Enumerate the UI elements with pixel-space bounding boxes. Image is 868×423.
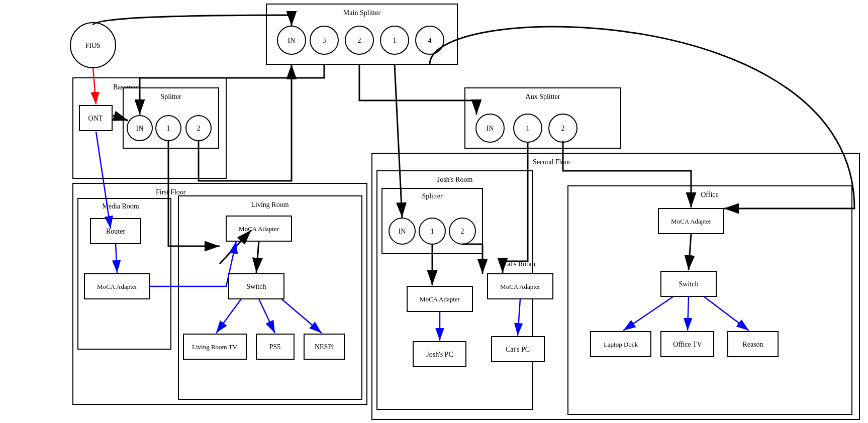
main-splitter-label: Main Splitter (343, 9, 381, 17)
moca-media-label: MoCA Adapter (97, 283, 137, 290)
cats-pc-label: Cat's PC (506, 346, 530, 353)
svg-text:IN: IN (136, 125, 144, 132)
svg-text:IN: IN (487, 125, 494, 132)
svg-text:1: 1 (393, 37, 397, 44)
svg-text:2: 2 (561, 125, 565, 132)
joshs-splitter-label: Splitter (422, 192, 443, 200)
moca-cats-label: MoCA Adapter (500, 283, 540, 290)
ont-label: ONT (88, 115, 103, 122)
joshs-pc-label: Josh's PC (426, 351, 453, 358)
svg-text:1: 1 (431, 228, 434, 235)
reason-label: Reason (742, 341, 763, 348)
moca-living-label: MoCA Adapter (239, 225, 279, 233)
moca-joshs-label: MoCA Adapter (420, 295, 460, 303)
moca-office-label: MoCA Adapter (671, 218, 711, 225)
svg-text:1: 1 (526, 125, 530, 132)
switch-living-label: Switch (247, 283, 266, 290)
ps5-label: PS5 (269, 343, 281, 351)
svg-text:IN: IN (288, 37, 296, 44)
svg-text:2: 2 (461, 228, 464, 235)
living-room-label: Living Room (251, 201, 288, 208)
router-label: Router (106, 228, 125, 235)
fios-label: FIOS (85, 42, 101, 49)
office-tv-label: Office TV (673, 341, 702, 348)
svg-text:2: 2 (197, 125, 201, 132)
second-floor-label: Second Floor (533, 158, 570, 166)
svg-text:3: 3 (323, 37, 326, 44)
nespi-label: NESPi (315, 343, 334, 351)
office-label: Office (701, 191, 719, 198)
first-floor-label: First Floor (156, 188, 186, 196)
svg-text:4: 4 (428, 37, 432, 44)
aux-splitter-label: Aux Splitter (526, 93, 560, 100)
svg-text:1: 1 (167, 125, 170, 132)
living-room-tv-label: Living Room TV (192, 343, 238, 351)
laptop-dock-label: Laptop Dock (604, 341, 638, 348)
fios-to-main-splitter-arrow (93, 15, 292, 26)
joshs-room-label: Josh's Room (437, 176, 473, 183)
switch-office-label: Switch (679, 280, 699, 288)
main2-to-aux-in (359, 64, 476, 115)
svg-text:2: 2 (358, 37, 361, 44)
basement-splitter-label: Splitter (160, 93, 181, 100)
svg-text:IN: IN (399, 228, 406, 235)
